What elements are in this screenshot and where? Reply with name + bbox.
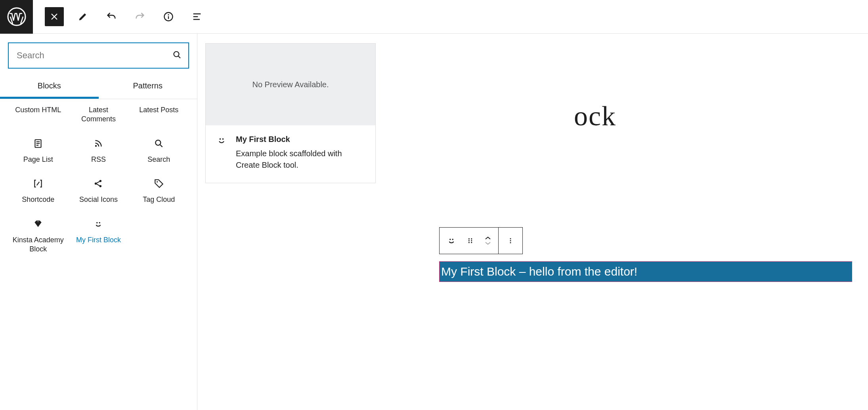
document-info-button[interactable] xyxy=(159,7,178,26)
more-vertical-icon xyxy=(507,236,514,246)
edit-tool-button[interactable] xyxy=(73,7,92,26)
block-instance-text: My First Block – hello from the editor! xyxy=(441,265,637,278)
block-tag-cloud[interactable]: Tag Cloud xyxy=(129,172,189,212)
block-label: Tag Cloud xyxy=(143,195,175,204)
block-social-icons[interactable]: Social Icons xyxy=(68,172,128,212)
svg-point-6 xyxy=(95,145,97,147)
info-icon xyxy=(163,11,174,22)
block-mover[interactable] xyxy=(484,235,492,246)
undo-button[interactable] xyxy=(102,7,121,26)
block-search[interactable]: Search xyxy=(129,132,189,172)
svg-point-2 xyxy=(168,14,169,15)
block-label: Social Icons xyxy=(79,195,118,204)
blocks-grid: Custom HTML Latest Comments Latest Posts… xyxy=(8,99,189,262)
svg-point-21 xyxy=(471,240,472,241)
search-block-icon xyxy=(153,138,165,149)
smile-icon xyxy=(216,135,228,147)
block-kinsta-academy[interactable]: Kinsta Academy Block xyxy=(8,213,68,262)
svg-point-24 xyxy=(510,238,511,239)
list-view-button[interactable] xyxy=(187,7,206,26)
editor-canvas: ock No Preview Available. My First Block… xyxy=(197,34,868,410)
svg-point-14 xyxy=(220,138,221,140)
svg-point-11 xyxy=(157,181,158,182)
close-inserter-button[interactable] xyxy=(45,7,64,26)
block-label: Shortcode xyxy=(22,195,54,204)
svg-point-16 xyxy=(449,239,451,240)
share-icon xyxy=(92,178,104,190)
block-preview-card: No Preview Available. My First Block Exa… xyxy=(205,43,376,183)
post-title-fragment: ock xyxy=(574,100,616,132)
svg-point-20 xyxy=(468,240,470,241)
wordpress-logo[interactable] xyxy=(0,0,33,34)
svg-point-7 xyxy=(155,140,161,145)
list-view-icon xyxy=(191,11,203,22)
block-label: Custom HTML xyxy=(15,105,61,115)
more-options-button[interactable] xyxy=(505,235,516,246)
svg-point-18 xyxy=(468,238,470,239)
inserter-tabs: Blocks Patterns xyxy=(0,75,197,99)
chevron-up-icon xyxy=(484,235,492,241)
block-latest-posts[interactable]: Latest Posts xyxy=(129,104,189,132)
svg-point-19 xyxy=(471,238,472,239)
rss-icon xyxy=(92,138,104,149)
block-label: My First Block xyxy=(76,236,121,245)
svg-point-4 xyxy=(174,52,179,57)
block-label: Page List xyxy=(23,155,53,164)
tag-icon xyxy=(153,178,165,190)
block-label: Latest Comments xyxy=(71,105,126,124)
redo-button[interactable] xyxy=(130,7,149,26)
block-label: Latest Posts xyxy=(139,105,178,115)
smile-icon xyxy=(92,218,104,230)
undo-icon xyxy=(106,11,117,22)
block-latest-comments[interactable]: Latest Comments xyxy=(68,104,128,132)
block-label: Search xyxy=(147,155,170,164)
search-input[interactable] xyxy=(8,42,189,69)
block-instance[interactable]: My First Block – hello from the editor! xyxy=(439,261,852,282)
preview-title: My First Block xyxy=(236,135,365,144)
svg-point-13 xyxy=(99,222,100,223)
block-type-icon[interactable] xyxy=(446,235,457,246)
search-icon xyxy=(172,50,182,60)
block-page-list[interactable]: Page List xyxy=(8,132,68,172)
pencil-icon xyxy=(77,11,88,22)
wordpress-icon xyxy=(7,7,26,26)
search-button[interactable] xyxy=(172,50,182,61)
svg-point-15 xyxy=(222,138,224,140)
svg-point-17 xyxy=(452,239,453,240)
block-inserter-panel: Blocks Patterns Custom HTML Latest Comme… xyxy=(0,34,197,410)
close-icon xyxy=(49,11,60,22)
block-shortcode[interactable]: Shortcode xyxy=(8,172,68,212)
preview-empty-state: No Preview Available. xyxy=(206,44,375,125)
redo-icon xyxy=(134,11,145,22)
svg-point-23 xyxy=(471,242,472,243)
shortcode-icon xyxy=(32,178,44,190)
block-my-first-block[interactable]: My First Block xyxy=(68,213,128,262)
svg-point-25 xyxy=(510,240,511,241)
diamond-icon xyxy=(32,218,44,230)
svg-point-22 xyxy=(468,242,470,243)
block-label: Kinsta Academy Block xyxy=(10,236,66,254)
block-label: RSS xyxy=(91,155,106,164)
block-rss[interactable]: RSS xyxy=(68,132,128,172)
editor-top-toolbar xyxy=(0,0,868,34)
block-toolbar xyxy=(439,227,523,254)
tab-patterns[interactable]: Patterns xyxy=(99,75,197,99)
svg-rect-3 xyxy=(168,16,169,19)
block-custom-html[interactable]: Custom HTML xyxy=(8,104,68,132)
drag-handle-icon[interactable] xyxy=(465,235,476,246)
preview-description: Example block scaffolded with Create Blo… xyxy=(236,148,365,171)
tab-blocks[interactable]: Blocks xyxy=(0,75,99,99)
svg-point-12 xyxy=(97,222,98,223)
svg-point-26 xyxy=(510,242,511,243)
page-list-icon xyxy=(32,138,44,149)
chevron-down-icon xyxy=(484,241,492,246)
